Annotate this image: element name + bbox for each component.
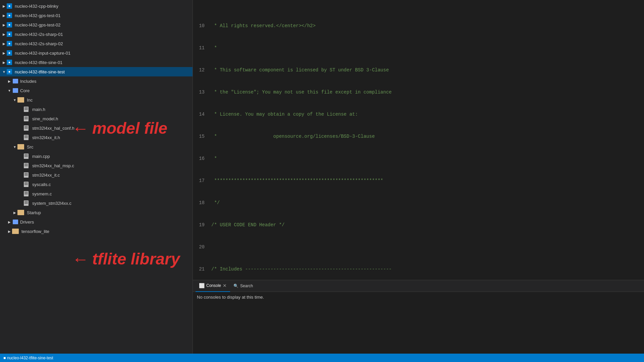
expand-arrow[interactable]: [12, 97, 17, 103]
tree-item-stm32l4xx-hal-msp-c[interactable]: stm32l4xx_hal_msp.c: [0, 161, 193, 170]
line-number: 20: [193, 243, 211, 251]
tree-label: stm32l4xx_hal_conf.h: [32, 126, 74, 131]
tree-item-inc[interactable]: Inc: [0, 95, 193, 105]
tree-item-stm32l4xx-it-h[interactable]: stm32l4xx_it.h: [0, 133, 193, 142]
code-editor[interactable]: 10 * All rights reserved.</center></h2> …: [193, 0, 644, 280]
file-icon: [23, 107, 30, 112]
tree-item-sine-model-h[interactable]: sine_model.h: [0, 114, 193, 123]
folder-icon: [12, 78, 19, 84]
file-icon: [23, 172, 30, 178]
panel-tabs: ⬜ Console ✕ 🔍 Search: [193, 280, 644, 292]
tree-label: syscalls.c: [32, 182, 51, 187]
expand-arrow[interactable]: [1, 60, 7, 65]
tree-item-nucleo-l432-gps-test-01[interactable]: ■ nucleo-l432-gps-test-01: [0, 11, 193, 20]
tree-item-nucleo-l432-tflite-sine-01[interactable]: ■ nucleo-l432-tflite-sine-01: [0, 58, 193, 67]
expand-arrow[interactable]: [12, 144, 17, 149]
code-content: 10 * All rights reserved.</center></h2> …: [193, 0, 644, 280]
file-icon: [23, 116, 30, 121]
tree-item-startup[interactable]: Startup: [0, 208, 193, 217]
expand-arrow: [17, 107, 23, 112]
tree-label: Src: [27, 144, 34, 149]
tree-item-nucleo-l432-cpp-blinky[interactable]: ■ nucleo-l432-cpp-blinky: [0, 1, 193, 11]
tree-item-main-cpp[interactable]: main.cpp: [0, 152, 193, 161]
expand-arrow: [17, 116, 23, 121]
line-content: * This software component is licensed by…: [211, 66, 644, 74]
tree-item-syscalls-c[interactable]: syscalls.c: [0, 180, 193, 189]
console-tab[interactable]: ⬜ Console ✕: [196, 280, 230, 292]
file-icon: [23, 163, 30, 168]
expand-arrow[interactable]: [1, 69, 7, 74]
search-icon: 🔍: [233, 284, 238, 288]
tree-item-drivers[interactable]: Drivers: [0, 217, 193, 227]
line-number: 19: [193, 221, 211, 229]
no-console-message: No consoles to display at this time.: [197, 295, 264, 300]
expand-arrow[interactable]: [1, 22, 7, 27]
tree-item-stm32l4xx-it-c[interactable]: stm32l4xx_it.c: [0, 170, 193, 180]
project-icon: ■: [7, 50, 13, 56]
tree-label: Core: [20, 88, 30, 93]
expand-arrow[interactable]: [1, 3, 7, 9]
expand-arrow[interactable]: [7, 78, 12, 84]
console-tab-label: Console: [206, 283, 221, 288]
tree-item-sysmem-c[interactable]: sysmem.c: [0, 189, 193, 198]
bottom-panel: ⬜ Console ✕ 🔍 Search No consoles to disp…: [193, 280, 644, 354]
tree-label: nucleo-l432-gps-test-02: [15, 22, 61, 27]
tree-label: nucleo-l432-i2s-sharp-02: [15, 41, 63, 46]
tree-label: main.h: [32, 107, 45, 112]
tree-label: nucleo-l432-i2s-sharp-01: [15, 32, 63, 37]
expand-arrow[interactable]: [1, 32, 7, 37]
tree-label: Startup: [27, 210, 41, 215]
tree-label: Drivers: [20, 220, 34, 225]
tree-label: sysmem.c: [32, 191, 52, 196]
search-tab[interactable]: 🔍 Search: [230, 280, 256, 292]
line-number: 17: [193, 177, 211, 184]
expand-arrow[interactable]: [1, 13, 7, 18]
tree-item-src[interactable]: Src: [0, 142, 193, 152]
tree-item-includes[interactable]: Includes: [0, 76, 193, 86]
tree-item-nucleo-l432-i2s-sharp-02[interactable]: ■ nucleo-l432-i2s-sharp-02: [0, 39, 193, 48]
expand-arrow: [17, 191, 23, 196]
expand-arrow[interactable]: [12, 210, 17, 215]
project-icon: ■: [7, 22, 13, 27]
expand-arrow: [17, 135, 23, 140]
tree-item-main-h[interactable]: main.h: [0, 105, 193, 114]
tree-label: nucleo-l432-tflite-sine-01: [15, 60, 62, 65]
tree-item-tensorflow-lite[interactable]: tensorflow_lite: [0, 227, 193, 236]
file-icon: [23, 125, 30, 131]
expand-arrow: [17, 163, 23, 168]
line-number: 14: [193, 111, 211, 118]
expand-arrow: [17, 200, 23, 206]
line-content: * opensource.org/licenses/BSD-3-Clause: [211, 133, 644, 140]
folder-icon: [12, 229, 19, 234]
code-line-13: 13 * the "License"; You may not use this…: [193, 88, 644, 96]
expand-arrow[interactable]: [1, 50, 7, 56]
line-content: ****************************************…: [211, 177, 644, 184]
expand-arrow[interactable]: [7, 229, 12, 234]
line-number: 12: [193, 66, 211, 74]
project-icon: ■: [7, 41, 13, 46]
tree-item-nucleo-l432-input-capture-01[interactable]: ■ nucleo-l432-input-capture-01: [0, 48, 193, 58]
expand-arrow[interactable]: [7, 88, 12, 93]
line-number: 11: [193, 44, 211, 52]
line-number: 21: [193, 265, 211, 273]
code-line-12: 12 * This software component is licensed…: [193, 66, 644, 74]
tree-item-nucleo-l432-gps-test-02[interactable]: ■ nucleo-l432-gps-test-02: [0, 20, 193, 29]
line-content: /* USER CODE END Header */: [211, 221, 644, 229]
folder-icon: [17, 210, 24, 215]
expand-arrow[interactable]: [7, 219, 12, 225]
tree-item-stm32l4xx-hal-conf-h[interactable]: stm32l4xx_hal_conf.h: [0, 123, 193, 133]
project-icon: ■: [7, 60, 13, 65]
tree-label: system_stm32l4xx.c: [32, 201, 71, 206]
tree-item-core[interactable]: Core: [0, 86, 193, 95]
tree-label: tensorflow_lite: [21, 229, 49, 234]
expand-arrow[interactable]: [1, 41, 7, 46]
console-tab-close[interactable]: ✕: [223, 283, 227, 288]
line-content: *: [211, 155, 644, 162]
project-status-icon: ■: [3, 356, 6, 360]
tree-label: nucleo-l432-input-capture-01: [15, 51, 70, 56]
tree-item-system-stm32l4xx-c[interactable]: system_stm32l4xx.c: [0, 198, 193, 208]
tree-item-nucleo-l432-i2s-sharp-01[interactable]: ■ nucleo-l432-i2s-sharp-01: [0, 29, 193, 39]
tree-label: nucleo-l432-tflite-sine-test: [15, 69, 65, 74]
expand-arrow: [17, 125, 23, 131]
tree-item-nucleo-l432-tflite-sine-test[interactable]: ■ nucleo-l432-tflite-sine-test: [0, 67, 193, 76]
